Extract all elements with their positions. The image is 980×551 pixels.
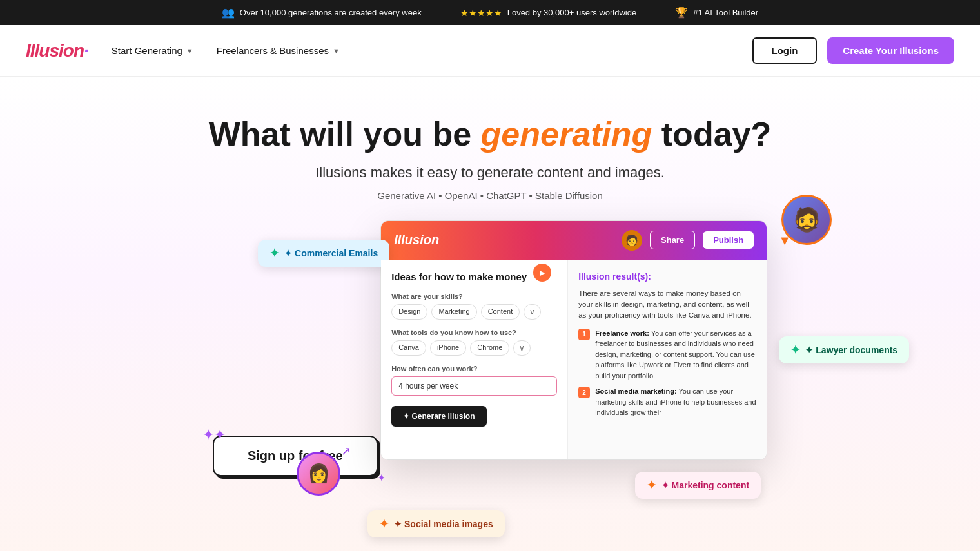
skills-label: What are your skills? xyxy=(391,293,557,300)
chip-commercial-emails: ✦ ✦ Commercial Emails xyxy=(258,240,389,267)
tag-chrome: Chrome xyxy=(470,340,509,356)
user-avatar: 🧑 xyxy=(622,230,642,251)
tag-add-button[interactable]: ∨ xyxy=(524,304,541,320)
tag-iphone: iPhone xyxy=(430,340,466,356)
app-logo: Illusion xyxy=(394,233,439,247)
create-illusions-button[interactable]: Create Your Illusions xyxy=(827,37,954,64)
announcement-text-1: Over 10,000 generations are created ever… xyxy=(240,8,422,17)
announcement-text-3: #1 AI Tool Builder xyxy=(693,8,758,17)
app-window: Illusion 🧑 Share Publish Ideas for how t… xyxy=(380,220,767,460)
chip-lawyer-docs: ✦ ✦ Lawyer documents xyxy=(779,336,909,363)
hero-section: What will you be generating today? Illus… xyxy=(0,77,980,551)
hero-subtitle: Illusions makes it easy to generate cont… xyxy=(13,164,967,181)
prompt-title: Ideas for how to make money xyxy=(391,271,527,282)
arrow-icon: ▼ xyxy=(778,233,791,248)
result-num-2: 2 xyxy=(578,387,590,398)
nav-right: Login Create Your Illusions xyxy=(752,37,954,64)
mockup-wrapper: ✦ ✦ Commercial Emails 🧔 ▼ ✦ ✦ Lawyer doc… xyxy=(380,220,767,460)
skills-tags: Design Marketing Content ∨ xyxy=(391,304,557,320)
signup-button-wrap: ✦✦ Sign up for free ✦ xyxy=(213,436,378,476)
result-text-1: Freelance work: You can offer your servi… xyxy=(595,328,756,382)
nav-start-generating[interactable]: Start Generating ▼ xyxy=(112,45,193,56)
people-icon: 👥 xyxy=(222,6,235,19)
tag-design: Design xyxy=(391,304,427,320)
result-num-1: 1 xyxy=(578,329,590,340)
tag-tools-add-button[interactable]: ∨ xyxy=(513,340,531,356)
hero-headline: What will you be generating today? xyxy=(13,115,967,154)
chevron-down-icon: ▼ xyxy=(186,47,193,55)
announcement-text-2: Loved by 30,000+ users worldwide xyxy=(507,8,637,17)
result-item-2: 2 Social media marketing: You can use yo… xyxy=(578,386,756,418)
result-item-1: 1 Freelance work: You can offer your ser… xyxy=(578,328,756,382)
plus-icon: ✦ xyxy=(647,478,656,492)
app-body: Ideas for how to make money ▶ What are y… xyxy=(381,260,767,459)
generate-button[interactable]: ✦ Generare Illusion xyxy=(391,406,486,427)
avatar-top-right: 🧔 ▼ xyxy=(781,195,832,245)
navigation: Illusion· Start Generating ▼ Freelancers… xyxy=(0,25,980,77)
nav-left: Illusion· Start Generating ▼ Freelancers… xyxy=(26,41,340,61)
hero-tags: Generative AI • OpenAI • ChatGPT • Stabl… xyxy=(13,190,967,201)
app-left-panel: Ideas for how to make money ▶ What are y… xyxy=(381,260,568,459)
plus-icon: ✦ xyxy=(790,343,800,357)
trophy-icon: 🏆 xyxy=(675,6,688,19)
app-header: Illusion 🧑 Share Publish xyxy=(381,221,767,260)
frequency-input[interactable] xyxy=(391,376,557,396)
avatar-bottom-left: 👩 ↗ xyxy=(297,452,340,496)
plus-icon: ✦ xyxy=(270,246,279,260)
result-intro: There are several ways to make money bas… xyxy=(578,288,756,322)
result-title: Illusion result(s): xyxy=(578,271,756,282)
logo[interactable]: Illusion· xyxy=(26,41,88,61)
sparkle-icon-small: ✦ xyxy=(377,472,386,484)
prompt-header: Ideas for how to make money ▶ xyxy=(391,271,557,293)
play-button[interactable]: ▶ xyxy=(533,264,551,282)
tag-marketing: Marketing xyxy=(431,304,476,320)
share-button[interactable]: Share xyxy=(650,231,695,249)
app-header-right: 🧑 Share Publish xyxy=(622,230,754,251)
frequency-label: How often can you work? xyxy=(391,365,557,372)
announcement-bar: 👥 Over 10,000 generations are created ev… xyxy=(0,0,980,25)
sparkle-icon: ✦✦ xyxy=(202,427,226,443)
tools-label: What tools do you know how to use? xyxy=(391,329,557,336)
publish-button[interactable]: Publish xyxy=(703,231,754,249)
nav-freelancers-businesses[interactable]: Freelancers & Businesses ▼ xyxy=(217,45,340,56)
stars: ★★★★★ xyxy=(460,8,502,18)
result-text-2: Social media marketing: You can use your… xyxy=(595,386,756,418)
arrow-decorator-icon: ↗ xyxy=(341,444,351,458)
plus-icon: ✦ xyxy=(379,517,389,531)
tag-content: Content xyxy=(481,304,520,320)
chevron-down-icon: ▼ xyxy=(333,47,340,55)
app-right-panel: Illusion result(s): There are several wa… xyxy=(568,260,767,459)
chip-social-media-images: ✦ ✦ Social media images xyxy=(368,510,505,537)
announcement-item-1: 👥 Over 10,000 generations are created ev… xyxy=(222,6,422,19)
avatar-image: 👩 xyxy=(297,452,340,496)
login-button[interactable]: Login xyxy=(752,37,818,64)
announcement-item-2: ★★★★★ Loved by 30,000+ users worldwide xyxy=(460,8,637,18)
tag-canva: Canva xyxy=(391,340,426,356)
announcement-item-3: 🏆 #1 AI Tool Builder xyxy=(675,6,758,19)
chip-marketing-content: ✦ ✦ Marketing content xyxy=(635,472,761,499)
tools-tags: Canva iPhone Chrome ∨ xyxy=(391,340,557,356)
signup-button[interactable]: Sign up for free xyxy=(213,436,378,476)
